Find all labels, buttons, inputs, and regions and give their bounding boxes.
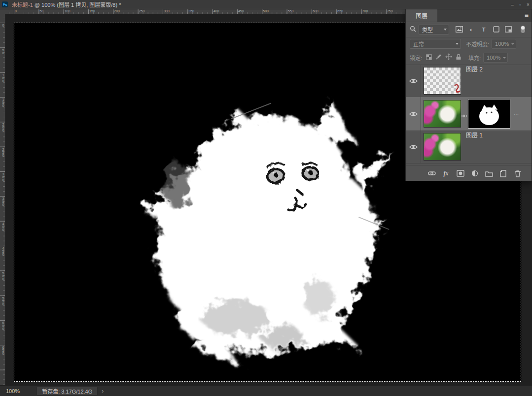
- photoshop-logo-icon: Ps: [2, 1, 8, 7]
- new-layer-button[interactable]: [499, 169, 507, 178]
- v-ruler-label: 150: [0, 98, 5, 107]
- v-ruler-label: 0: [0, 24, 5, 27]
- v-ruler-label: 200: [0, 123, 5, 132]
- layer-row-1-copy-selected[interactable]: ...: [406, 97, 532, 131]
- add-layer-mask-button[interactable]: [456, 169, 464, 178]
- h-ruler-label: 650: [337, 9, 343, 13]
- v-ruler-label: 550: [0, 297, 5, 305]
- document-title-suffix: @ 100% (图层 1 拷贝, 图层蒙版/8) *: [35, 2, 121, 8]
- lock-label: 锁定:: [410, 54, 422, 62]
- document-name: 未标题-1: [12, 2, 33, 8]
- v-ruler-label: 650: [0, 346, 5, 355]
- chevron-down-icon: [511, 43, 514, 45]
- h-ruler-label: 0: [15, 9, 17, 13]
- lock-position-button[interactable]: [445, 53, 452, 62]
- opacity-value: 100%: [495, 41, 509, 47]
- v-ruler-label: 600: [0, 321, 5, 330]
- h-ruler-label: 150: [89, 9, 95, 13]
- h-ruler-label: 250: [139, 9, 145, 13]
- layers-panel: 图层 ≡ 类型 ◐ T 正常: [405, 9, 532, 181]
- close-button[interactable]: ×: [524, 0, 532, 9]
- blend-mode-value: 正常: [413, 40, 424, 48]
- chevron-down-icon: [444, 29, 447, 31]
- v-ruler-label: 50: [0, 48, 5, 54]
- layer-list: 图层 2 ...: [406, 65, 532, 165]
- link-layers-button[interactable]: [427, 169, 436, 178]
- panel-menu-icon[interactable]: ≡: [525, 11, 529, 20]
- h-ruler-label: 350: [188, 9, 194, 13]
- h-ruler-label: 300: [164, 9, 170, 13]
- opacity-label: 不透明度:: [466, 40, 489, 48]
- tab-layers[interactable]: 图层: [406, 9, 437, 22]
- blend-mode-dropdown[interactable]: 正常: [410, 39, 461, 49]
- layer-visibility-toggle[interactable]: [406, 131, 421, 163]
- minimize-button[interactable]: –: [508, 0, 516, 9]
- h-ruler-label: 700: [362, 9, 368, 13]
- v-ruler-label: 450: [0, 247, 5, 256]
- filter-shape-layers-icon[interactable]: [492, 26, 500, 33]
- v-ruler-label: 350: [0, 197, 5, 206]
- filter-type-dropdown[interactable]: 类型: [419, 25, 449, 34]
- mask-link-icon[interactable]: [461, 111, 467, 120]
- lock-row: 锁定: 填充: 100%: [406, 51, 532, 65]
- filter-smart-objects-icon[interactable]: [504, 26, 512, 33]
- window-title: 未标题-1 @ 100% (图层 1 拷贝, 图层蒙版/8) *: [12, 0, 121, 8]
- layer-visibility-toggle[interactable]: [406, 65, 421, 97]
- v-ruler-label: 100: [0, 73, 5, 82]
- panel-tabbar: 图层 ≡: [406, 9, 532, 22]
- layer-thumbnail[interactable]: [424, 100, 461, 128]
- v-ruler-label: 300: [0, 172, 5, 181]
- opacity-field[interactable]: 100%: [492, 39, 516, 49]
- delete-layer-button[interactable]: [513, 169, 522, 178]
- h-ruler-label: 200: [114, 9, 120, 13]
- zoom-level[interactable]: 100%: [6, 388, 20, 394]
- scratch-disk-info: 暂存盘: 3.17G/12.4G: [36, 387, 98, 396]
- h-ruler-label: 400: [213, 9, 219, 13]
- h-ruler-label: 100: [65, 9, 71, 13]
- lock-transparency-button[interactable]: [426, 53, 432, 62]
- new-group-button[interactable]: [485, 169, 493, 178]
- eye-icon: [409, 78, 418, 84]
- filter-pixel-layers-icon[interactable]: [455, 26, 463, 33]
- window-controls: – ▫ ×: [508, 0, 532, 9]
- blend-mode-row: 正常 不透明度: 100%: [406, 37, 532, 51]
- layer-name[interactable]: 图层 1: [466, 131, 483, 139]
- layer-name[interactable]: 图层 2: [466, 65, 483, 73]
- filter-adjustment-layers-icon[interactable]: ◐: [467, 26, 475, 33]
- fill-label: 填充:: [468, 54, 481, 62]
- h-ruler-label: 50: [39, 9, 43, 13]
- lock-all-button[interactable]: [456, 53, 461, 62]
- fill-field[interactable]: 100%: [483, 53, 508, 63]
- layer-thumbnail[interactable]: [424, 133, 461, 161]
- v-ruler-label: 250: [0, 148, 5, 157]
- h-ruler-label: 600: [313, 9, 319, 13]
- eye-icon: [409, 111, 418, 117]
- search-icon: [410, 25, 416, 34]
- adjustment-layer-button[interactable]: [470, 169, 479, 178]
- chevron-down-icon: [456, 43, 459, 45]
- chevron-down-icon: [503, 57, 506, 59]
- red-scribble: [424, 67, 461, 95]
- layer-row-1[interactable]: 图层 1: [406, 131, 532, 164]
- maximize-button[interactable]: ▫: [516, 0, 524, 9]
- titlebar: Ps 未标题-1 @ 100% (图层 1 拷贝, 图层蒙版/8) * – ▫ …: [0, 0, 532, 9]
- layer-filtering-toggle[interactable]: [521, 26, 525, 33]
- statusbar: 100% 暂存盘: 3.17G/12.4G ›: [0, 385, 532, 396]
- layer-thumbnail[interactable]: [424, 67, 461, 95]
- ruler-vertical[interactable]: 050100150200250300350400450500550600650: [0, 14, 5, 385]
- status-options-chevron-icon[interactable]: ›: [102, 388, 104, 395]
- layer-mask-thumbnail[interactable]: [468, 99, 510, 129]
- layer-filter-row: 类型 ◐ T: [406, 22, 532, 37]
- panel-footer: fx: [406, 165, 532, 181]
- layer-name-truncated[interactable]: ...: [514, 110, 519, 117]
- filter-type-layers-icon[interactable]: T: [480, 26, 488, 33]
- v-ruler-label: 400: [0, 222, 5, 231]
- lock-pixels-button[interactable]: [435, 53, 442, 62]
- h-ruler-label: 450: [238, 9, 244, 13]
- eye-icon: [409, 144, 418, 150]
- layer-visibility-toggle[interactable]: [406, 97, 421, 131]
- v-ruler-label: 500: [0, 271, 5, 280]
- h-ruler-label: 750: [387, 9, 393, 13]
- layer-style-button[interactable]: fx: [442, 169, 450, 178]
- layer-row-2[interactable]: 图层 2: [406, 65, 532, 98]
